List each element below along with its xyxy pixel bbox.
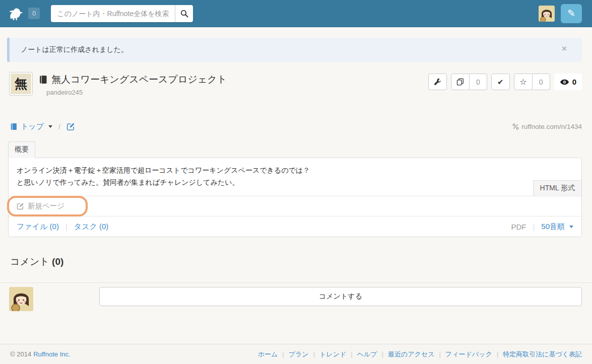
files-link[interactable]: ファイル (0): [17, 222, 59, 232]
tasks-link[interactable]: タスク (0): [74, 222, 109, 232]
new-page-row: 新規ページ: [9, 196, 581, 216]
notification-message: ノートは正常に作成されました。: [21, 45, 128, 53]
star-count: 0: [533, 74, 550, 90]
note-header: 無 無人コワーキングスペースプロジェクト pandeiro245 0: [9, 72, 582, 97]
watchers-badge: 0: [554, 74, 582, 90]
fork-group: 0: [451, 74, 487, 90]
comments-heading: コメント (0): [10, 255, 582, 268]
footer-link-home[interactable]: ホーム: [258, 350, 278, 359]
fork-count: 0: [470, 74, 487, 90]
copyright-text: © 2014: [10, 350, 31, 358]
note-title: 無人コワーキングスペースプロジェクト: [51, 73, 227, 86]
footer-link-separator: |: [377, 350, 388, 358]
link-icon: [512, 123, 519, 130]
overview-text-line1: オンライン決済＋電子錠＋空家活用で超ローコストでコワーキングスペースできるのでは…: [17, 165, 573, 177]
search-icon: [180, 10, 188, 18]
success-notification: ノートは正常に作成されました。 ×: [7, 38, 582, 62]
eye-icon: [560, 79, 569, 85]
footer-link-separator: |: [309, 350, 319, 358]
fork-button[interactable]: [451, 74, 470, 90]
notification-count-badge[interactable]: 0: [28, 8, 40, 19]
footer-link-commercial-law[interactable]: 特定商取引法に基づく表記: [503, 350, 582, 359]
overview-content: オンライン決済＋電子錠＋空家活用で超ローコストでコワーキングスペースできるのでは…: [9, 158, 581, 196]
breadcrumb-edit-button[interactable]: [67, 122, 75, 131]
notebook-icon: [39, 75, 48, 84]
new-page-label: 新規ページ: [28, 201, 64, 211]
star-button[interactable]: ☆: [514, 74, 533, 90]
bird-icon: [8, 7, 24, 21]
new-note-button[interactable]: ✎: [561, 4, 582, 23]
search-button[interactable]: [175, 5, 193, 22]
watch-count: 0: [572, 78, 576, 86]
note-thumbnail[interactable]: 無: [9, 72, 33, 96]
chevron-down-icon: [48, 125, 52, 128]
row-right-group: PDF | 50音順: [511, 222, 573, 232]
header-right-group: ✎: [539, 4, 582, 23]
new-page-edit-icon: [17, 202, 24, 210]
avatar-image-icon: [9, 287, 33, 311]
pencil-icon: ✎: [567, 8, 575, 19]
breadcrumb-top-label: トップ: [21, 122, 44, 131]
html-format-button[interactable]: HTML 形式: [533, 180, 581, 196]
star-icon: ☆: [519, 77, 527, 87]
company-link[interactable]: Ruffnote Inc.: [33, 350, 70, 358]
footer-link-recent-access[interactable]: 最近のアクセス: [388, 350, 435, 359]
sort-order-dropdown[interactable]: 50音順: [541, 222, 573, 232]
comments-count: (0): [52, 256, 63, 267]
note-content-panel-wrap: 概要 オンライン決済＋電子錠＋空家活用で超ローコストでコワーキングスペースできる…: [8, 141, 582, 237]
row-separator: |: [533, 223, 535, 231]
note-thumbnail-char: 無: [11, 74, 31, 94]
commenter-avatar[interactable]: [9, 287, 33, 311]
check-button[interactable]: ✔: [491, 74, 510, 90]
overview-text-line2: と思いノリで作ってみた。賛同者が集まればチャレンジしてみたい。: [17, 177, 573, 189]
copy-icon: [456, 78, 464, 86]
edit-icon: [67, 122, 75, 131]
footer-link-separator: |: [346, 350, 357, 358]
footer-link-separator: |: [434, 350, 445, 358]
footer-link-separator: |: [492, 350, 503, 358]
footer-link-feedback[interactable]: フィードバック: [445, 350, 492, 359]
note-url-text: ruffnote.com/n/1434: [521, 123, 582, 130]
new-page-link[interactable]: 新規ページ: [17, 201, 64, 211]
note-owner[interactable]: pandeiro245: [46, 89, 83, 96]
user-avatar[interactable]: [539, 6, 555, 22]
footer-link-plan[interactable]: プラン: [289, 350, 309, 359]
star-group: ☆ 0: [514, 74, 550, 90]
ruffnote-bird-logo-icon[interactable]: [8, 7, 24, 21]
footer: © 2014 Ruffnote Inc. ホーム | プラン | トレンド | …: [0, 344, 592, 364]
breadcrumb-separator: /: [58, 123, 60, 131]
wrench-icon: [434, 78, 441, 86]
row-separator: |: [65, 223, 68, 231]
chevron-down-icon: [569, 226, 573, 228]
comments-divider: [0, 282, 592, 283]
notebook-blue-icon: [10, 123, 18, 130]
tab-overview[interactable]: 概要: [8, 141, 35, 158]
check-icon: ✔: [497, 78, 504, 87]
note-toolbar: 0 ✔ ☆ 0 0: [428, 74, 582, 90]
search-bar: [51, 5, 193, 22]
comment-form-row: コメントする: [9, 287, 582, 311]
avatar-image-icon: [539, 6, 555, 22]
pdf-link[interactable]: PDF: [511, 223, 526, 231]
breadcrumb: トップ / ruffnote.com/n/1434: [10, 122, 582, 131]
footer-links: ホーム | プラン | トレンド | ヘルプ | 最近のアクセス | フィードバ…: [258, 350, 582, 359]
note-title-block: 無人コワーキングスペースプロジェクト pandeiro245: [39, 72, 227, 97]
close-icon[interactable]: ×: [562, 44, 567, 53]
breadcrumb-top-link[interactable]: トップ: [10, 122, 52, 131]
top-navbar: 0 ✎: [0, 0, 592, 27]
note-title-row: 無人コワーキングスペースプロジェクト: [39, 73, 227, 86]
footer-link-separator: |: [278, 350, 288, 358]
note-url[interactable]: ruffnote.com/n/1434: [512, 123, 582, 130]
note-content-panel: オンライン決済＋電子錠＋空家活用で超ローコストでコワーキングスペースできるのでは…: [8, 158, 582, 237]
files-tasks-row: ファイル (0) | タスク (0) PDF | 50音順: [9, 216, 581, 237]
footer-link-help[interactable]: ヘルプ: [357, 350, 377, 359]
search-input[interactable]: [51, 5, 175, 22]
sort-order-label: 50音順: [541, 222, 565, 232]
add-comment-button[interactable]: コメントする: [99, 287, 582, 306]
footer-link-trend[interactable]: トレンド: [319, 350, 346, 359]
comments-heading-label: コメント: [10, 256, 49, 267]
settings-button[interactable]: [428, 74, 447, 90]
